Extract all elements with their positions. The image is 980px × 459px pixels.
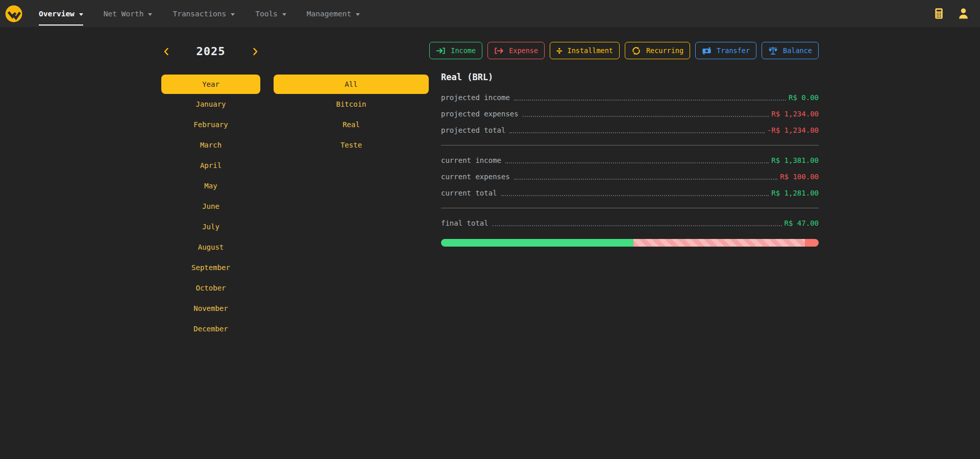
year-label: 2025 bbox=[197, 45, 226, 58]
month-item-january[interactable]: January bbox=[161, 94, 260, 114]
row-label: current expenses bbox=[441, 173, 510, 181]
summary-row: projected total -R$ 1,234.00 bbox=[441, 122, 819, 138]
division-icon: ÷ bbox=[556, 46, 562, 56]
filter-label: Balance bbox=[783, 46, 812, 55]
chevron-right-icon bbox=[250, 46, 260, 57]
all-accounts-button[interactable]: All bbox=[274, 75, 429, 94]
final-total-row: final total R$ 47.00 bbox=[441, 215, 819, 231]
month-item-november[interactable]: November bbox=[161, 298, 260, 319]
summary-row: projected income R$ 0.00 bbox=[441, 89, 819, 106]
dotted-leader bbox=[523, 111, 769, 117]
period-selector: 2025 Year January February March April M… bbox=[161, 42, 260, 339]
projected-rows: projected income R$ 0.00 projected expen… bbox=[441, 89, 819, 138]
chevron-down-icon bbox=[231, 13, 235, 16]
cash-transfer-icon bbox=[702, 46, 712, 56]
row-label: projected expenses bbox=[441, 110, 519, 118]
dotted-leader bbox=[505, 158, 769, 163]
filter-label: Installment bbox=[568, 46, 613, 55]
transfer-filter-button[interactable]: Transfer bbox=[695, 42, 756, 59]
balance-filter-button[interactable]: Balance bbox=[762, 42, 819, 59]
chevron-left-icon bbox=[161, 46, 172, 57]
month-item-february[interactable]: February bbox=[161, 114, 260, 135]
nav-item-net-worth[interactable]: Net Worth bbox=[104, 0, 153, 27]
nav-item-label: Transactions bbox=[173, 10, 226, 18]
row-label: current total bbox=[441, 189, 497, 197]
nav-item-transactions[interactable]: Transactions bbox=[173, 0, 235, 27]
summary-row: current total R$ 1,281.00 bbox=[441, 185, 819, 201]
row-value: R$ 1,281.00 bbox=[771, 189, 819, 197]
month-item-march[interactable]: March bbox=[161, 135, 260, 155]
summary-row: projected expenses R$ 1,234.00 bbox=[441, 106, 819, 122]
account-item-teste[interactable]: Teste bbox=[274, 135, 429, 155]
row-value: R$ 100.00 bbox=[780, 173, 819, 181]
filter-label: Expense bbox=[509, 46, 538, 55]
row-value: R$ 1,234.00 bbox=[771, 110, 819, 118]
top-navbar: Overview Net Worth Transactions Tools Ma… bbox=[0, 0, 980, 27]
next-year-button[interactable] bbox=[250, 46, 260, 57]
summary-row: current expenses R$ 100.00 bbox=[441, 168, 819, 185]
nav-item-overview[interactable]: Overview bbox=[39, 0, 83, 27]
dotted-leader bbox=[509, 128, 764, 133]
month-item-july[interactable]: July bbox=[161, 216, 260, 237]
month-list: January February March April May June Ju… bbox=[161, 94, 260, 339]
main-content: 2025 Year January February March April M… bbox=[0, 27, 980, 339]
current-rows: current income R$ 1,381.00 current expen… bbox=[441, 152, 819, 201]
filter-label: Income bbox=[451, 46, 476, 55]
row-value: R$ 47.00 bbox=[785, 219, 819, 227]
transaction-type-filters: Income Expense ÷ Installment bbox=[441, 42, 819, 59]
nav-item-tools[interactable]: Tools bbox=[255, 0, 286, 27]
row-label: current income bbox=[441, 156, 501, 164]
box-arrow-out-icon bbox=[494, 46, 504, 56]
summary-row: current income R$ 1,381.00 bbox=[441, 152, 819, 168]
repeat-icon bbox=[631, 46, 641, 56]
prev-year-button[interactable] bbox=[161, 46, 172, 57]
progress-segment-income bbox=[441, 239, 633, 247]
month-item-december[interactable]: December bbox=[161, 319, 260, 339]
progress-segment-expenses bbox=[805, 239, 819, 247]
installment-filter-button[interactable]: ÷ Installment bbox=[550, 42, 620, 59]
app-logo-icon[interactable] bbox=[4, 4, 23, 23]
year-button[interactable]: Year bbox=[161, 75, 260, 94]
dotted-leader bbox=[514, 174, 777, 180]
calculator-icon[interactable] bbox=[933, 8, 945, 19]
nav-item-label: Overview bbox=[39, 10, 75, 18]
income-filter-button[interactable]: Income bbox=[429, 42, 482, 59]
row-label: final total bbox=[441, 219, 488, 227]
progress-segment-projected-expenses bbox=[633, 239, 805, 247]
nav-item-label: Management bbox=[307, 10, 351, 18]
row-value: R$ 0.00 bbox=[789, 93, 819, 102]
nav-item-management[interactable]: Management bbox=[307, 0, 360, 27]
month-item-october[interactable]: October bbox=[161, 278, 260, 298]
scales-icon bbox=[768, 46, 778, 56]
month-item-september[interactable]: September bbox=[161, 257, 260, 278]
main-nav: Overview Net Worth Transactions Tools Ma… bbox=[39, 0, 360, 27]
account-selector: All Bitcoin Real Teste bbox=[274, 42, 429, 155]
row-value: -R$ 1,234.00 bbox=[767, 126, 819, 134]
account-selector-spacer bbox=[274, 42, 429, 61]
row-label: projected income bbox=[441, 93, 510, 102]
year-navigation: 2025 bbox=[161, 42, 260, 61]
chevron-down-icon bbox=[356, 13, 360, 16]
month-item-june[interactable]: June bbox=[161, 196, 260, 216]
expense-filter-button[interactable]: Expense bbox=[487, 42, 545, 59]
account-item-bitcoin[interactable]: Bitcoin bbox=[274, 94, 429, 114]
summary-panel: Income Expense ÷ Installment bbox=[441, 42, 819, 247]
box-arrow-in-icon bbox=[436, 46, 446, 56]
month-item-may[interactable]: May bbox=[161, 176, 260, 196]
navbar-actions bbox=[933, 7, 970, 20]
dotted-leader bbox=[501, 190, 769, 196]
month-item-august[interactable]: August bbox=[161, 237, 260, 257]
nav-item-label: Net Worth bbox=[104, 10, 144, 18]
chevron-down-icon bbox=[79, 13, 83, 16]
row-value: R$ 1,381.00 bbox=[771, 156, 819, 164]
section-divider bbox=[441, 145, 819, 146]
user-icon[interactable] bbox=[957, 7, 970, 20]
recurring-filter-button[interactable]: Recurring bbox=[625, 42, 690, 59]
income-expense-progress-bar bbox=[441, 239, 819, 247]
month-item-april[interactable]: April bbox=[161, 155, 260, 176]
section-divider bbox=[441, 208, 819, 208]
account-item-real[interactable]: Real bbox=[274, 114, 429, 135]
dotted-leader bbox=[514, 95, 786, 101]
filter-label: Transfer bbox=[717, 46, 750, 55]
filter-label: Recurring bbox=[646, 46, 683, 55]
